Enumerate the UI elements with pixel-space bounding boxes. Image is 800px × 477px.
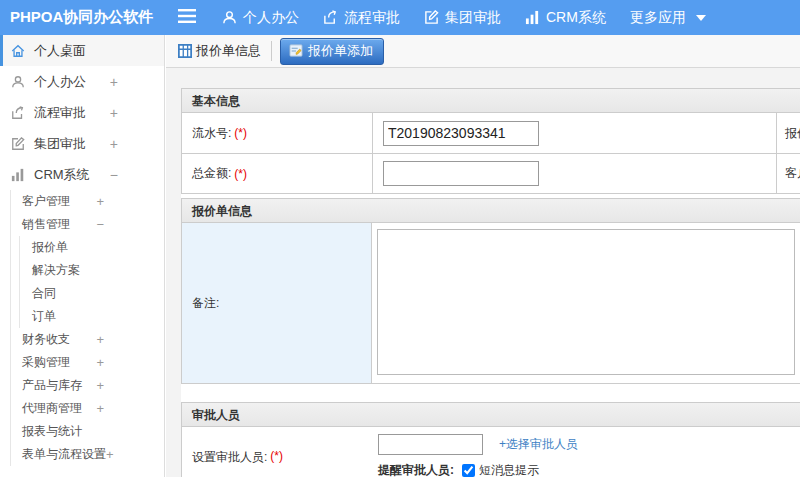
expand-icon[interactable]: + — [110, 105, 118, 121]
nav-label: 集团审批 — [445, 9, 501, 27]
nav-crm-system[interactable]: CRM系统 — [525, 9, 606, 27]
sidebar-item-label: 报表与统计 — [22, 423, 82, 440]
form-add-icon — [289, 44, 303, 57]
nav-label: 更多应用 — [630, 9, 686, 27]
expand-icon[interactable]: + — [106, 447, 114, 462]
sms-remind-checkbox[interactable] — [462, 464, 475, 477]
select-approver-link[interactable]: +选择审批人员 — [499, 436, 578, 453]
sidebar-item-label: 流程审批 — [34, 104, 86, 122]
nav-label: 个人办公 — [243, 9, 299, 27]
sidebar-item-order[interactable]: 订单 — [20, 305, 164, 328]
required-mark: (*) — [270, 449, 283, 463]
user-icon — [10, 75, 26, 89]
field-label: 设置审批人员: (*) — [182, 427, 372, 477]
sidebar-item-label: 个人办公 — [34, 73, 86, 91]
crm-submenu: 客户管理 + 销售管理 − 报价单 解决方案 合同 订单 财务收支 + — [10, 190, 164, 466]
expand-icon[interactable]: + — [96, 194, 104, 209]
collapse-icon[interactable]: − — [110, 167, 118, 183]
sidebar-item-sales-mgmt[interactable]: 销售管理 − — [11, 213, 164, 236]
sidebar-item-personal-office[interactable]: 个人办公 + — [0, 66, 164, 97]
quotation-form-panel: 基本信息 流水号: (*) 报价 总金额: (*) — [181, 88, 800, 477]
menu-toggle-button[interactable] — [178, 9, 196, 27]
sidebar-item-group-approval[interactable]: 集团审批 + — [0, 128, 164, 159]
approver-input[interactable] — [378, 434, 483, 455]
nav-label: CRM系统 — [546, 9, 606, 27]
topbar: PHPOA协同办公软件 个人办公 流程审批 集团审批 — [0, 0, 800, 35]
nav-group-approval[interactable]: 集团审批 — [424, 9, 501, 27]
edit-icon — [10, 137, 26, 151]
field-label-clipped: 客户 — [777, 154, 800, 193]
field-label: 备注: — [182, 223, 372, 383]
sidebar-item-label: 个人桌面 — [34, 42, 86, 60]
form-row-serial: 流水号: (*) 报价 — [182, 113, 800, 153]
sidebar-item-label: 采购管理 — [22, 354, 70, 371]
main-area: 报价单信息 报价单添加 基本信息 流水号: (*) — [166, 35, 800, 477]
nav-workflow-approval[interactable]: 流程审批 — [323, 9, 400, 27]
required-mark: (*) — [234, 167, 247, 181]
checkbox-label: 短消息提示 — [479, 462, 539, 477]
nav-more-apps[interactable]: 更多应用 — [630, 9, 706, 27]
expand-icon[interactable]: + — [96, 401, 104, 416]
sidebar-item-label: 销售管理 — [22, 216, 70, 233]
sidebar-item-product-inventory[interactable]: 产品与库存 + — [11, 374, 164, 397]
expand-icon[interactable]: + — [96, 332, 104, 347]
nav-personal-office[interactable]: 个人办公 — [222, 9, 299, 27]
field-value-cell: +选择审批人员 提醒审批人员: 短消息提示 注：流程第一步审批人员，这里选择你的… — [372, 427, 800, 477]
section-header: 报价单信息 — [182, 199, 800, 223]
remark-textarea[interactable] — [377, 229, 795, 375]
sidebar-item-label: 解决方案 — [32, 262, 80, 279]
sidebar-item-label: 报价单 — [32, 239, 68, 256]
expand-icon[interactable]: + — [96, 378, 104, 393]
sidebar-item-label: 代理商管理 — [22, 400, 82, 417]
tab-quotation-info[interactable]: 报价单信息 — [178, 42, 261, 60]
sidebar-item-label: 财务收支 — [22, 331, 70, 348]
sidebar-item-contract[interactable]: 合同 — [20, 282, 164, 305]
send-icon — [10, 106, 26, 120]
bar-chart-icon — [10, 168, 26, 182]
home-icon — [10, 44, 26, 58]
sidebar-item-agent-mgmt[interactable]: 代理商管理 + — [11, 397, 164, 420]
chevron-down-icon — [696, 15, 706, 21]
sidebar-item-finance[interactable]: 财务收支 + — [11, 328, 164, 351]
field-label: 流水号: (*) — [182, 113, 372, 153]
user-icon — [222, 10, 237, 25]
section-header: 审批人员 — [182, 403, 800, 427]
expand-icon[interactable]: + — [110, 74, 118, 90]
section-header: 基本信息 — [182, 89, 800, 113]
tab-strip: 报价单信息 报价单添加 — [166, 35, 800, 68]
form-row-total: 总金额: (*) 客户 — [182, 153, 800, 193]
sales-submenu: 报价单 解决方案 合同 订单 — [19, 236, 164, 328]
form-row-remark: 备注: — [182, 223, 800, 383]
collapse-icon[interactable]: − — [96, 217, 104, 232]
sidebar-item-label: CRM系统 — [34, 166, 90, 184]
sidebar-item-purchase-mgmt[interactable]: 采购管理 + — [11, 351, 164, 374]
sidebar-item-reports-stats[interactable]: 报表与统计 — [11, 420, 164, 443]
expand-icon[interactable]: + — [110, 136, 118, 152]
sidebar-item-label: 产品与库存 — [22, 377, 82, 394]
tab-separator — [271, 41, 272, 61]
table-icon — [178, 44, 192, 58]
sidebar-item-form-workflow-settings[interactable]: 表单与流程设置 + — [11, 443, 164, 466]
field-value-cell — [372, 113, 777, 153]
field-value-cell — [372, 223, 800, 383]
tab-quotation-add[interactable]: 报价单添加 — [280, 38, 384, 65]
field-label-clipped: 报价 — [777, 113, 800, 153]
sidebar-item-quotation[interactable]: 报价单 — [20, 236, 164, 259]
bar-chart-icon — [525, 10, 540, 25]
sidebar-item-solution[interactable]: 解决方案 — [20, 259, 164, 282]
required-mark: (*) — [234, 126, 247, 140]
field-label: 总金额: (*) — [182, 154, 372, 193]
top-nav: 个人办公 流程审批 集团审批 CRM系统 更多应用 — [222, 9, 730, 27]
serial-number-input[interactable] — [383, 121, 539, 146]
sidebar-item-workflow-approval[interactable]: 流程审批 + — [0, 97, 164, 128]
section-approver: 审批人员 设置审批人员: (*) +选择审批人员 提醒审批人员: — [181, 402, 800, 477]
form-content: 基本信息 流水号: (*) 报价 总金额: (*) — [166, 68, 800, 477]
total-amount-input[interactable] — [383, 161, 539, 186]
edit-icon — [424, 10, 439, 25]
sidebar-item-desktop[interactable]: 个人桌面 — [0, 35, 164, 66]
nav-label: 流程审批 — [344, 9, 400, 27]
sidebar-item-customer-mgmt[interactable]: 客户管理 + — [11, 190, 164, 213]
expand-icon[interactable]: + — [96, 355, 104, 370]
sidebar-item-label: 集团审批 — [34, 135, 86, 153]
sidebar-item-crm-system[interactable]: CRM系统 − — [0, 159, 164, 190]
